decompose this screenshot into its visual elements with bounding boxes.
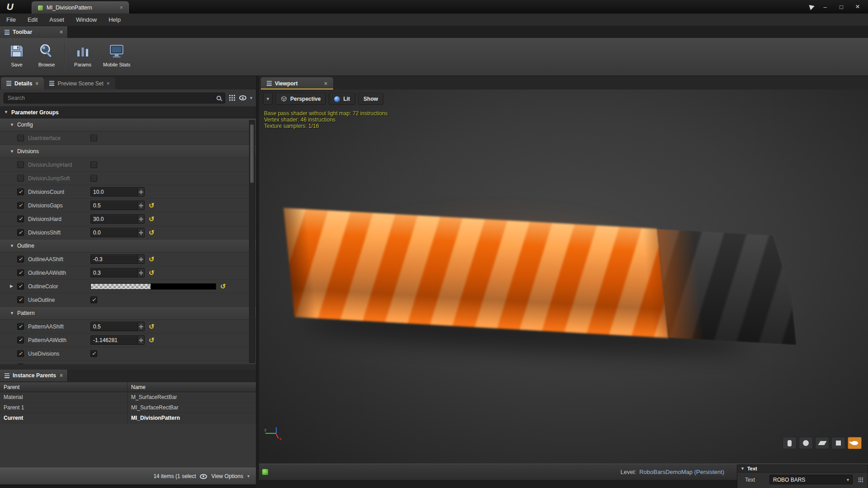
world-icon[interactable] [262, 469, 269, 475]
param-enable-checkbox[interactable]: ✓ [17, 229, 24, 236]
drag-handle-icon[interactable] [137, 228, 144, 237]
param-enable-checkbox[interactable]: ✓ [17, 337, 24, 343]
table-row-current[interactable]: Current MI_DivisionPattern [0, 413, 256, 423]
drag-handle-icon[interactable] [137, 188, 144, 196]
param-value-checkbox[interactable] [90, 175, 97, 182]
chevron-right-icon[interactable]: ▶ [10, 284, 13, 288]
reset-to-default-icon[interactable]: ↺ [149, 323, 155, 330]
param-number-input[interactable] [91, 228, 137, 237]
group-header-outline[interactable]: ▼ Outline [0, 239, 256, 253]
number-field[interactable] [90, 322, 145, 331]
param-value-checkbox[interactable]: ✓ [90, 350, 97, 357]
sphere-shape-button[interactable] [799, 437, 813, 449]
scrollbar-thumb[interactable] [250, 124, 254, 183]
reset-to-default-icon[interactable]: ↺ [220, 283, 226, 290]
scrollbar-track[interactable] [249, 120, 255, 363]
tab-details[interactable]: Details × [1, 77, 44, 89]
group-header-divisions[interactable]: ▼ Divisions [0, 145, 256, 158]
param-value-checkbox[interactable] [90, 135, 97, 141]
number-field[interactable] [90, 187, 145, 197]
reset-to-default-icon[interactable]: ↺ [149, 269, 155, 276]
param-number-input[interactable] [91, 215, 137, 223]
view-options-button[interactable]: View Options [211, 473, 243, 479]
asset-tab[interactable]: MI_DivisionPattern × [32, 1, 129, 14]
display-filter-icon[interactable] [229, 94, 236, 101]
chevron-down-icon[interactable]: ▾ [250, 96, 252, 100]
menu-window[interactable]: Window [76, 16, 97, 23]
drag-handle-icon[interactable] [137, 255, 144, 263]
close-icon[interactable]: × [107, 81, 110, 86]
drag-handle-icon[interactable] [137, 201, 144, 210]
perspective-button[interactable]: Perspective [275, 93, 326, 105]
close-icon[interactable]: × [60, 373, 63, 378]
menu-file[interactable]: File [6, 16, 16, 23]
close-icon[interactable]: × [120, 5, 123, 10]
close-icon[interactable]: × [60, 29, 63, 35]
drag-handle-icon[interactable] [137, 322, 144, 331]
mobile-stats-button[interactable]: Mobile Stats [100, 40, 133, 68]
param-enable-checkbox[interactable]: ✓ [17, 323, 24, 330]
menu-asset[interactable]: Asset [49, 16, 64, 23]
close-icon[interactable]: × [324, 81, 327, 86]
feedback-icon[interactable] [809, 4, 815, 10]
param-number-input[interactable] [91, 255, 137, 263]
drag-handle-icon[interactable] [137, 268, 144, 277]
tab-instance-parents[interactable]: Instance Parents × [0, 370, 68, 381]
close-window-button[interactable]: × [852, 3, 863, 11]
param-number-input[interactable] [91, 268, 137, 277]
save-button[interactable]: Save [5, 40, 29, 68]
drag-handle-icon[interactable] [137, 215, 144, 223]
drag-handle-icon[interactable] [137, 336, 144, 344]
cube-shape-button[interactable] [831, 437, 845, 449]
cylinder-shape-button[interactable] [783, 437, 797, 449]
param-value-checkbox[interactable] [90, 161, 97, 168]
table-row[interactable]: Parent 1 MI_SurfaceRectBar [0, 403, 256, 413]
view-options-eye-icon[interactable] [239, 95, 246, 100]
param-number-input[interactable] [91, 201, 137, 210]
table-row[interactable]: Material M_SurfaceRectBar [0, 392, 256, 403]
param-enable-checkbox[interactable] [17, 135, 24, 141]
param-enable-checkbox[interactable]: ✓ [17, 350, 24, 357]
panel-splitter[interactable] [256, 76, 259, 488]
menu-help[interactable]: Help [108, 16, 121, 23]
reset-to-default-icon[interactable]: ↺ [149, 216, 155, 222]
reset-to-default-icon[interactable]: ↺ [149, 256, 155, 263]
param-enable-checkbox[interactable]: ✓ [17, 216, 24, 222]
param-enable-checkbox[interactable]: ✓ [17, 256, 24, 263]
level-name-link[interactable]: RoboBarsDemoMap (Persistent) [639, 469, 724, 475]
asset-picker-button[interactable] [856, 476, 864, 484]
param-value-checkbox[interactable]: ✓ [90, 296, 97, 303]
restore-button[interactable]: □ [835, 3, 847, 11]
group-header-config[interactable]: ▼ Config [0, 118, 256, 131]
param-enable-checkbox[interactable]: ✓ [17, 283, 24, 290]
param-enable-checkbox[interactable] [17, 161, 24, 168]
param-enable-checkbox[interactable]: ✓ [17, 202, 24, 209]
group-header-pattern[interactable]: ▼ Pattern [0, 307, 256, 320]
lit-button[interactable]: Lit [329, 93, 355, 105]
viewport-canvas[interactable]: ▾ Perspective Lit Show Base pass shade [259, 89, 868, 464]
tab-toolbar[interactable]: Toolbar × [0, 26, 68, 38]
param-number-input[interactable] [91, 188, 137, 196]
number-field[interactable] [90, 214, 145, 224]
number-field[interactable] [90, 201, 145, 210]
plane-shape-button[interactable] [815, 437, 829, 449]
param-enable-checkbox[interactable] [17, 175, 24, 182]
reset-to-default-icon[interactable]: ↺ [149, 229, 155, 236]
browse-button[interactable]: Browse [34, 40, 59, 68]
text-value-dropdown[interactable]: ROBO BARS ▾ [769, 475, 853, 484]
reset-to-default-icon[interactable]: ↺ [149, 337, 155, 343]
close-icon[interactable]: × [35, 81, 38, 86]
text-category-header[interactable]: ▼ Text [737, 465, 868, 473]
param-enable-checkbox[interactable]: ✓ [17, 188, 24, 195]
param-number-input[interactable] [91, 322, 137, 331]
params-button[interactable]: Params [71, 40, 95, 68]
param-enable-checkbox[interactable]: ✓ [17, 269, 24, 276]
reset-to-default-icon[interactable]: ↺ [149, 202, 155, 209]
tab-viewport[interactable]: Viewport × [261, 77, 333, 89]
custom-mesh-button[interactable] [848, 437, 862, 449]
tab-preview-scene-settings[interactable]: Preview Scene Set × [44, 77, 115, 89]
number-field[interactable] [90, 335, 145, 345]
number-field[interactable] [90, 254, 145, 264]
search-box[interactable] [4, 93, 225, 103]
chevron-down-icon[interactable]: ▾ [247, 474, 250, 479]
